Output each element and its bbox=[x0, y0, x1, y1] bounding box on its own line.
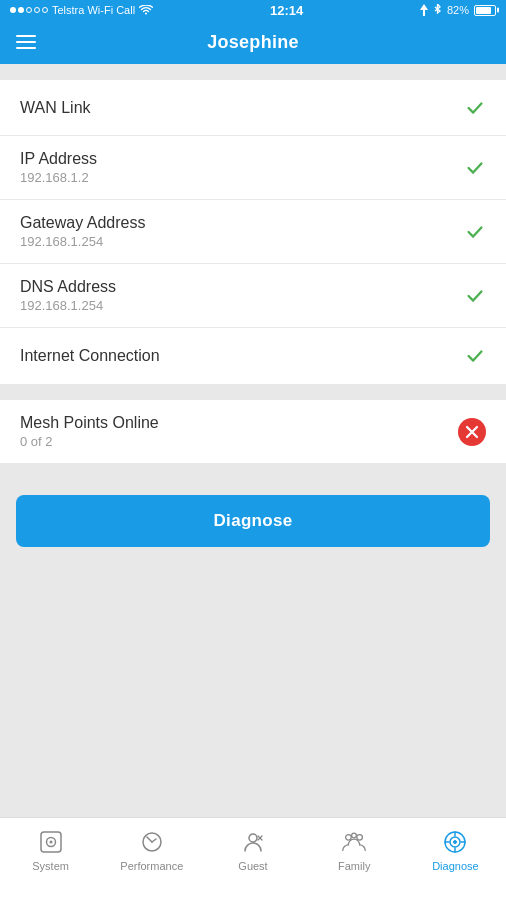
system-tab-icon bbox=[37, 828, 65, 856]
ip-address-check-icon bbox=[464, 157, 486, 179]
mid-section-divider bbox=[0, 384, 506, 400]
mesh-points-label: Mesh Points Online bbox=[20, 414, 159, 432]
ip-address-value: 192.168.1.2 bbox=[20, 170, 97, 185]
family-tab-label: Family bbox=[338, 860, 370, 872]
diagnose-button[interactable]: Diagnose bbox=[16, 495, 490, 547]
tab-system[interactable]: System bbox=[0, 826, 101, 872]
wan-link-text: WAN Link bbox=[20, 99, 91, 117]
performance-tab-label: Performance bbox=[120, 860, 183, 872]
battery-icon bbox=[474, 5, 496, 16]
internet-connection-check-icon bbox=[464, 345, 486, 367]
guest-tab-label: Guest bbox=[238, 860, 267, 872]
signal-dots bbox=[10, 7, 48, 13]
ip-address-label: IP Address bbox=[20, 150, 97, 168]
mesh-points-text: Mesh Points Online 0 of 2 bbox=[20, 414, 159, 449]
wan-link-check-icon bbox=[464, 97, 486, 119]
tab-family[interactable]: Family bbox=[304, 826, 405, 872]
tab-guest[interactable]: Guest bbox=[202, 826, 303, 872]
svg-point-2 bbox=[49, 841, 52, 844]
mesh-points-item: Mesh Points Online 0 of 2 bbox=[0, 400, 506, 463]
mesh-section: Mesh Points Online 0 of 2 bbox=[0, 400, 506, 463]
status-time: 12:14 bbox=[270, 3, 303, 18]
svg-point-10 bbox=[454, 841, 457, 844]
diagnose-section: Diagnose bbox=[0, 479, 506, 563]
gateway-address-item: Gateway Address 192.168.1.254 bbox=[0, 200, 506, 264]
guest-icon bbox=[240, 829, 266, 855]
ip-address-text: IP Address 192.168.1.2 bbox=[20, 150, 97, 185]
performance-icon bbox=[139, 829, 165, 855]
diagnose-tab-icon bbox=[441, 828, 469, 856]
status-right: 82% bbox=[420, 4, 496, 16]
tab-performance[interactable]: Performance bbox=[101, 826, 202, 872]
page-title: Josephine bbox=[207, 32, 299, 53]
svg-point-6 bbox=[357, 835, 363, 841]
battery-percent: 82% bbox=[447, 4, 469, 16]
mesh-points-value: 0 of 2 bbox=[20, 434, 159, 449]
location-icon bbox=[420, 4, 428, 16]
wan-link-label: WAN Link bbox=[20, 99, 91, 117]
dot-2 bbox=[18, 7, 24, 13]
status-left: Telstra Wi-Fi Call bbox=[10, 4, 153, 16]
performance-tab-icon bbox=[138, 828, 166, 856]
dot-3 bbox=[26, 7, 32, 13]
ip-address-item: IP Address 192.168.1.2 bbox=[0, 136, 506, 200]
system-icon bbox=[38, 829, 64, 855]
diagnose-icon bbox=[441, 828, 469, 856]
status-bar: Telstra Wi-Fi Call 12:14 82% bbox=[0, 0, 506, 20]
gateway-address-check-icon bbox=[464, 221, 486, 243]
gateway-address-value: 192.168.1.254 bbox=[20, 234, 145, 249]
diagnostics-list: WAN Link IP Address 192.168.1.2 Gateway … bbox=[0, 80, 506, 384]
dot-1 bbox=[10, 7, 16, 13]
svg-point-7 bbox=[352, 833, 357, 838]
diagnose-tab-label: Diagnose bbox=[432, 860, 478, 872]
dot-4 bbox=[34, 7, 40, 13]
carrier-text: Telstra Wi-Fi Call bbox=[52, 4, 135, 16]
system-tab-label: System bbox=[32, 860, 69, 872]
svg-point-5 bbox=[346, 835, 352, 841]
dns-address-item: DNS Address 192.168.1.254 bbox=[0, 264, 506, 328]
top-section-divider bbox=[0, 64, 506, 80]
x-icon bbox=[465, 425, 479, 439]
dns-address-label: DNS Address bbox=[20, 278, 116, 296]
internet-connection-item: Internet Connection bbox=[0, 328, 506, 384]
internet-connection-text: Internet Connection bbox=[20, 347, 160, 365]
svg-point-4 bbox=[249, 834, 257, 842]
dns-address-text: DNS Address 192.168.1.254 bbox=[20, 278, 116, 313]
bluetooth-icon bbox=[433, 4, 442, 16]
family-icon bbox=[340, 829, 368, 855]
dns-address-check-icon bbox=[464, 285, 486, 307]
tab-bar: System Performance bbox=[0, 817, 506, 900]
top-header: Josephine bbox=[0, 20, 506, 64]
app-root: Telstra Wi-Fi Call 12:14 82% bbox=[0, 0, 506, 900]
dot-5 bbox=[42, 7, 48, 13]
wifi-icon bbox=[139, 5, 153, 15]
below-mesh-divider bbox=[0, 463, 506, 479]
hamburger-menu[interactable] bbox=[16, 35, 36, 49]
internet-connection-label: Internet Connection bbox=[20, 347, 160, 365]
wan-link-item: WAN Link bbox=[0, 80, 506, 136]
gateway-address-text: Gateway Address 192.168.1.254 bbox=[20, 214, 145, 249]
tab-diagnose[interactable]: Diagnose bbox=[405, 826, 506, 872]
dns-address-value: 192.168.1.254 bbox=[20, 298, 116, 313]
guest-tab-icon bbox=[239, 828, 267, 856]
mesh-points-error-icon bbox=[458, 418, 486, 446]
family-tab-icon bbox=[340, 828, 368, 856]
gateway-address-label: Gateway Address bbox=[20, 214, 145, 232]
